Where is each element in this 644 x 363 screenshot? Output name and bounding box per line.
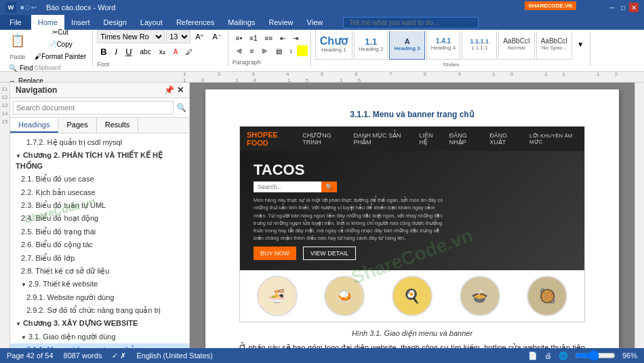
nav-item-2[interactable]: ▼Chương 2. PHÂN TÍCH VÀ THIẾT KẾ HỆ THỐN…	[10, 149, 189, 173]
nav-close-icon[interactable]: ✕	[177, 85, 184, 95]
tab-references[interactable]: References	[169, 15, 221, 30]
tab-design[interactable]: Design	[97, 15, 134, 30]
nav-title: Navigation	[16, 85, 57, 95]
increase-indent-btn[interactable]: ⇥	[289, 33, 302, 44]
nav-item-dang-nhap: ĐĂNG NHẬP	[449, 132, 480, 146]
find-btn[interactable]: 🔍 Find	[5, 62, 53, 74]
bold-btn[interactable]: B	[97, 45, 110, 59]
zoom-slider[interactable]	[575, 353, 616, 358]
nav-tabs: Headings Pages Results	[10, 118, 189, 133]
nav-item-14[interactable]: ▼Chương 3. XÂY DỰNG WEBSITE	[10, 317, 189, 330]
font-size-select[interactable]: 13	[166, 30, 190, 43]
view-detail-btn[interactable]: VIEW DETAIL	[303, 247, 356, 260]
nav-item-7[interactable]: 2.5. Biểu đồ trạng thái	[10, 226, 189, 238]
color-btn[interactable]: A	[170, 46, 182, 58]
heading3-sample: A	[405, 38, 410, 45]
style-heading2-btn[interactable]: 1.1 Heading 2	[354, 31, 388, 60]
tell-me-input[interactable]	[343, 17, 479, 28]
nav-pin-icon[interactable]: 📌	[164, 85, 174, 95]
underline-btn[interactable]: U	[122, 45, 135, 59]
font-family-select[interactable]: Times New Ro	[97, 30, 165, 43]
view-mode-web-icon[interactable]: 🌐	[559, 351, 568, 360]
font-size-dec-btn[interactable]: A⁻	[209, 30, 224, 43]
spellcheck-icon[interactable]: ✓ ✗	[112, 351, 126, 360]
nav-tab-pages[interactable]: Pages	[58, 118, 96, 133]
bullets-btn[interactable]: ≡•	[233, 33, 245, 44]
nav-tab-results[interactable]: Results	[97, 118, 139, 133]
food-item-5: 🥘	[527, 276, 567, 316]
view-mode-read-icon[interactable]: 📄	[528, 351, 538, 360]
nav-search-input[interactable]	[13, 101, 174, 114]
food-items-row: 🍜 🍛 🍳 🍲 🥘	[240, 270, 584, 322]
tab-layout[interactable]: Layout	[134, 15, 169, 30]
hero-search-input[interactable]	[254, 182, 321, 192]
status-left: Page 42 of 54 8087 words ✓ ✗ English (Un…	[7, 351, 213, 360]
right-scroll-panel	[635, 83, 644, 348]
buy-now-btn[interactable]: BUY NOW	[254, 247, 296, 260]
italic-btn[interactable]: I	[112, 45, 121, 59]
align-center-btn[interactable]: ≡	[247, 45, 258, 57]
nospacing-label: No Spac...	[542, 45, 567, 51]
copy-btn[interactable]: 📄 Copy	[31, 39, 89, 50]
view-mode-print-icon[interactable]: 🖨	[544, 351, 552, 360]
style-heading1-btn[interactable]: Chươ Heading 1	[315, 31, 353, 60]
shading-btn[interactable]	[297, 45, 308, 56]
format-painter-btn[interactable]: 🖌 Format Painter	[31, 51, 89, 62]
normal-sample: AaBbCcI	[503, 38, 529, 45]
tab-review[interactable]: Review	[262, 15, 300, 30]
decrease-indent-btn[interactable]: ⇤	[277, 33, 289, 44]
style-heading3-btn[interactable]: A Heading 3	[389, 31, 424, 60]
status-bar: Page 42 of 54 8087 words ✓ ✗ English (Un…	[0, 348, 644, 363]
nav-tab-headings[interactable]: Headings	[10, 118, 58, 133]
align-left-btn[interactable]: ⫷	[233, 45, 246, 57]
tab-mailings[interactable]: Mailings	[221, 15, 262, 30]
subscript-btn[interactable]: x₂	[156, 46, 169, 58]
nav-item-4[interactable]: 2.2. Kịch bản usecase	[10, 186, 189, 199]
document-page: ShareCode.vn 3.1.1. Menu và banner trang…	[205, 89, 619, 348]
style-heading5-btn[interactable]: 1.1.1.1 1.1.1.1	[462, 31, 497, 60]
nav-item-10[interactable]: 2.8. Thiết kế cơ sở dữ liệu	[10, 265, 189, 278]
heading4-sample: 1.4.1	[436, 38, 451, 45]
nav-item-lien-he: LIÊN HỆ	[420, 132, 439, 146]
cut-btn[interactable]: ✂ Cut	[31, 26, 89, 38]
nav-item-11[interactable]: ▼2.9. Thiết kế website	[10, 278, 189, 291]
style-nospacing-btn[interactable]: AaBbCcI No Spac...	[536, 31, 572, 60]
style-heading4-btn[interactable]: 1.4.1 Heading 4	[426, 31, 460, 60]
align-right-btn[interactable]: ⫸	[258, 45, 272, 57]
nav-item-5[interactable]: 2.3. Biểu đồ tuần tự UML	[10, 199, 189, 212]
paste-btn[interactable]: 📋	[5, 28, 30, 53]
hero-title: TACOS	[254, 161, 571, 179]
minimize-btn[interactable]: ─	[607, 3, 617, 12]
food-item-3: 🍳	[392, 276, 432, 316]
line-spacing-btn[interactable]: ↕	[286, 45, 296, 57]
language: English (United States)	[136, 351, 213, 360]
document-area[interactable]: ShareCode.vn 3.1.1. Menu và banner trang…	[190, 83, 635, 348]
multilevel-btn[interactable]: ≡≡	[262, 33, 277, 44]
nav-item-13[interactable]: 2.9.2. Sơ đồ tổ chức năng trang quản trị	[10, 304, 189, 317]
close-btn[interactable]: ✕	[629, 3, 639, 12]
nav-item-3[interactable]: 2.1. Biểu đồ use case	[10, 173, 189, 186]
window-controls[interactable]: ─ □ ✕	[607, 3, 639, 12]
justify-btn[interactable]: ▤	[273, 45, 285, 57]
numbering-btn[interactable]: ≡1	[246, 33, 260, 44]
nav-item-8[interactable]: 2.6. Biểu đồ cộng tác	[10, 238, 189, 251]
tab-view[interactable]: View	[300, 15, 330, 30]
nav-item-6[interactable]: 2.4. Biểu đồ hoạt động	[10, 212, 189, 225]
nav-item-15[interactable]: ▼3.1. Giao diện người dùng	[10, 330, 189, 343]
website-navbar: SHOPEE FOOD CHƯƠNG TRÌNH DANH MỤC SẢN PH…	[240, 127, 584, 151]
nav-item-dang-xuat: ĐĂNG XUẤT	[489, 132, 519, 146]
style-normal-btn[interactable]: AaBbCcI Normal	[498, 31, 534, 60]
styles-group: Chươ Heading 1 1.1 Heading 2 A Heading 3…	[313, 31, 590, 66]
nav-item-1[interactable]: 1.7.2. Hệ quản trị csdl mysql	[10, 136, 189, 149]
highlight-btn[interactable]: 🖊	[182, 46, 196, 58]
maximize-btn[interactable]: □	[618, 3, 628, 12]
nav-item-9[interactable]: 2.7. Biểu đồ lớp	[10, 252, 189, 265]
font-size-inc-btn[interactable]: A⁺	[192, 30, 207, 43]
hero-search-btn[interactable]: 🔍	[321, 182, 337, 192]
nav-item-16[interactable]: 3.1.1. Menu và banner trang chủ	[10, 343, 189, 348]
nav-item-12[interactable]: 2.9.1. Website người dùng	[10, 291, 189, 304]
title-text: Báo cáo.docx - Word	[46, 3, 116, 12]
styles-more-btn[interactable]: ▼	[573, 31, 587, 60]
heading1-label: Heading 1	[321, 47, 346, 53]
strikethrough-btn[interactable]: abc	[137, 46, 155, 58]
